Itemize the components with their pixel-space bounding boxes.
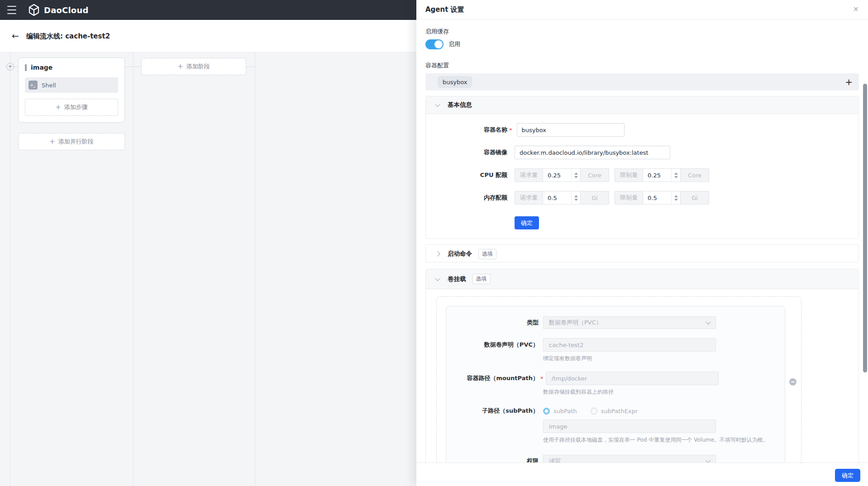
add-stage-button[interactable]: + 添加阶段 bbox=[141, 58, 246, 75]
enable-cache-state-label: 启用 bbox=[448, 40, 460, 48]
mount-path-input bbox=[546, 372, 719, 385]
brand-logo[interactable]: DaoCloud bbox=[28, 0, 89, 20]
start-command-header[interactable]: 启动命令 选填 bbox=[426, 245, 858, 263]
brand-name: DaoCloud bbox=[44, 5, 89, 15]
cpu-request-input[interactable]: 0.25 bbox=[543, 168, 580, 182]
add-step-button[interactable]: + 添加步骤 bbox=[25, 99, 118, 116]
scrollbar-thumb[interactable] bbox=[863, 84, 867, 372]
drawer-title: Agent 设置 bbox=[425, 5, 464, 14]
basic-info-section: 基本信息 容器名称 * 容器镜像 CPU 配额 请 bbox=[425, 96, 859, 239]
cpu-request-group: 请求量 0.25 Core bbox=[515, 168, 609, 182]
optional-badge: 选填 bbox=[472, 274, 491, 284]
number-spinner[interactable] bbox=[571, 169, 580, 181]
volume-mount-header[interactable]: 卷挂载 选填 bbox=[426, 269, 858, 289]
memory-quota-row: 内存配额 请求量 0.5 Gi 限制量 0.5 bbox=[426, 191, 858, 205]
container-image-input[interactable] bbox=[515, 146, 670, 159]
spinner-down-icon[interactable] bbox=[674, 199, 678, 201]
memory-quota-label: 内存配额 bbox=[426, 194, 507, 202]
sub-path-label: 子路径（subPath） bbox=[446, 407, 539, 415]
drawer-header: Agent 设置 × bbox=[416, 0, 868, 19]
spinner-up-icon[interactable] bbox=[674, 195, 678, 197]
chevron-down-icon bbox=[706, 458, 711, 462]
container-name-input[interactable] bbox=[517, 123, 625, 137]
volume-group-container: 类型 数据卷声明（PVC） 数据卷声明（PVC） 绑定现有数据卷声明 bbox=[436, 296, 801, 462]
basic-info-confirm-button[interactable]: 确定 bbox=[515, 216, 539, 229]
start-command-section: 启动命令 选填 bbox=[425, 244, 859, 262]
insert-stage-plus-icon[interactable]: + bbox=[6, 63, 14, 71]
number-spinner[interactable] bbox=[671, 191, 680, 204]
plus-icon: + bbox=[55, 103, 61, 111]
memory-unit-addon: Gi bbox=[580, 191, 609, 205]
sub-path-hint: 使用子路径挂载本地磁盘，实现在单一 Pod 中重复使用同一个 Volume。不填… bbox=[543, 436, 785, 444]
memory-request-addon: 请求量 bbox=[515, 191, 543, 205]
hamburger-menu-icon[interactable] bbox=[7, 6, 16, 14]
number-spinner[interactable] bbox=[571, 191, 580, 204]
volume-mount-body: 类型 数据卷声明（PVC） 数据卷声明（PVC） 绑定现有数据卷声明 bbox=[426, 289, 858, 462]
spinner-down-icon[interactable] bbox=[574, 199, 578, 201]
pvc-input bbox=[543, 338, 716, 352]
page-title: 编辑流水线: cache-test2 bbox=[26, 32, 110, 41]
close-icon[interactable]: × bbox=[853, 5, 859, 13]
enable-cache-toggle[interactable] bbox=[425, 39, 444, 49]
cpu-unit-addon: Core bbox=[680, 168, 709, 182]
drawer-confirm-button[interactable]: 确定 bbox=[835, 469, 860, 482]
back-arrow-icon[interactable]: ← bbox=[12, 31, 19, 41]
memory-limit-input[interactable]: 0.5 bbox=[643, 191, 680, 205]
container-image-label: 容器镜像 bbox=[426, 148, 507, 157]
volume-type-label: 类型 bbox=[446, 319, 539, 327]
spinner-up-icon[interactable] bbox=[674, 172, 678, 175]
chevron-down-icon bbox=[435, 102, 440, 107]
container-tabbar: busybox + bbox=[425, 73, 859, 91]
cpu-request-addon: 请求量 bbox=[515, 168, 543, 182]
radio-selected-icon bbox=[543, 408, 550, 415]
number-spinner[interactable] bbox=[671, 169, 680, 181]
spinner-down-icon[interactable] bbox=[674, 176, 678, 178]
sub-path-row: 子路径（subPath） subPath subPathExpr bbox=[446, 407, 785, 415]
memory-limit-addon: 限制量 bbox=[615, 191, 643, 205]
stage-marker-bar bbox=[25, 64, 27, 71]
container-tab-busybox[interactable]: busybox bbox=[438, 76, 472, 88]
cpu-limit-input[interactable]: 0.25 bbox=[643, 168, 680, 182]
remove-volume-icon[interactable] bbox=[789, 378, 796, 386]
screen: DaoCloud ← 编辑流水线: cache-test2 + image >_… bbox=[0, 0, 868, 486]
step-item-shell[interactable]: >_ Shell bbox=[25, 77, 118, 93]
cpu-quota-row: CPU 配额 请求量 0.25 Core 限制量 bbox=[426, 168, 858, 182]
optional-badge: 选填 bbox=[478, 249, 496, 259]
enable-cache-label: 启用缓存 bbox=[425, 28, 859, 36]
cpu-quota-label: CPU 配额 bbox=[426, 171, 507, 179]
spinner-up-icon[interactable] bbox=[574, 195, 578, 197]
required-asterisk: * bbox=[509, 127, 512, 133]
volume-mount-title: 卷挂载 bbox=[448, 275, 466, 283]
page-header: ← 编辑流水线: cache-test2 bbox=[0, 20, 416, 52]
chevron-down-icon bbox=[706, 319, 711, 324]
basic-info-header[interactable]: 基本信息 bbox=[426, 96, 858, 114]
radio-unselected-icon bbox=[591, 408, 597, 415]
volume-item-card: 类型 数据卷声明（PVC） 数据卷声明（PVC） 绑定现有数据卷声明 bbox=[446, 306, 785, 462]
stage-title: image bbox=[31, 64, 52, 71]
daocloud-cube-icon bbox=[28, 4, 40, 16]
spinner-up-icon[interactable] bbox=[574, 172, 578, 175]
basic-info-title: 基本信息 bbox=[448, 101, 472, 109]
add-container-icon[interactable]: + bbox=[845, 77, 853, 86]
pvc-hint: 绑定现有数据卷声明 bbox=[543, 355, 785, 362]
permission-row: 权限 读写 bbox=[446, 455, 785, 462]
canvas-column-divider bbox=[255, 52, 255, 486]
required-asterisk: * bbox=[540, 375, 544, 382]
radio-option-subpathexpr[interactable]: subPathExpr bbox=[591, 408, 638, 415]
sub-path-input bbox=[543, 419, 716, 433]
cpu-limit-group: 限制量 0.25 Core bbox=[615, 168, 709, 182]
enable-cache-row: 启用 bbox=[425, 39, 859, 49]
stage-title-row: image bbox=[25, 64, 118, 71]
pvc-row: 数据卷声明（PVC） bbox=[446, 338, 785, 352]
permission-label: 权限 bbox=[446, 457, 539, 462]
memory-request-input[interactable]: 0.5 bbox=[543, 191, 580, 205]
container-image-row: 容器镜像 bbox=[426, 146, 858, 159]
radio-option-subpath[interactable]: subPath bbox=[543, 408, 577, 415]
cpu-limit-addon: 限制量 bbox=[615, 168, 643, 182]
spinner-down-icon[interactable] bbox=[574, 176, 578, 178]
stage-card[interactable]: image >_ Shell + 添加步骤 bbox=[18, 57, 125, 123]
canvas-column-divider bbox=[133, 52, 134, 486]
add-parallel-stage-button[interactable]: + 添加并行阶段 bbox=[18, 133, 125, 150]
volume-type-select: 数据卷声明（PVC） bbox=[543, 316, 716, 329]
drawer-footer: 确定 bbox=[416, 462, 868, 486]
